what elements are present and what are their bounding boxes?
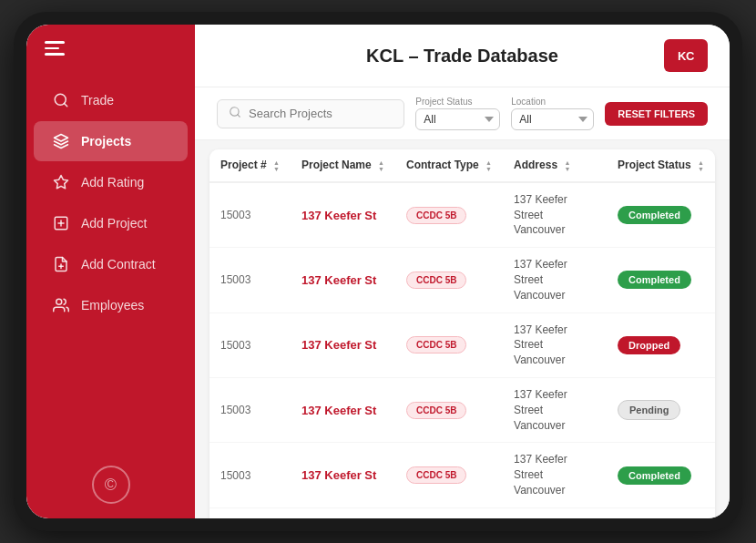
table-header-row: Project # ▲▼ Project Name ▲▼ Contract Ty… [209, 149, 715, 182]
cell-contract-type: CCDC 5B [395, 507, 503, 518]
cell-status: Completed [607, 248, 715, 312]
contract-badge: CCDC 5B [406, 336, 466, 353]
contract-badge: CCDC 5B [406, 272, 466, 289]
table-container: Project # ▲▼ Project Name ▲▼ Contract Ty… [195, 140, 730, 518]
sidebar-label-projects: Projects [81, 134, 131, 149]
cell-project-num: 15003 [209, 312, 291, 377]
cell-project-name: 137 Keefer St [291, 443, 395, 507]
location-label: Location [511, 97, 594, 107]
table-row[interactable]: 15003 137 Keefer St CCDC 5B 137 Keefer S… [209, 378, 715, 443]
cell-project-num: 15003 [209, 378, 291, 443]
table-body: 15003 137 Keefer St CCDC 5B 137 Keefer S… [209, 182, 715, 518]
sidebar-label-trade: Trade [81, 93, 114, 108]
footer-logo-icon: © [92, 466, 130, 504]
cell-status: Completed [607, 507, 715, 518]
sidebar-item-trade[interactable]: Trade [34, 80, 188, 120]
cell-status: Completed [607, 443, 715, 507]
cell-status: Completed [607, 182, 715, 248]
file-icon [52, 255, 70, 273]
svg-line-11 [238, 114, 240, 117]
project-name-link[interactable]: 137 Keefer St [301, 273, 376, 287]
sort-icon[interactable]: ▲▼ [698, 159, 704, 172]
sidebar-item-add-project[interactable]: Add Project [34, 203, 188, 243]
sort-icon[interactable]: ▲▼ [378, 159, 384, 172]
sidebar-nav: Trade Projects [26, 70, 195, 452]
search-input[interactable] [249, 107, 393, 120]
cell-address: 137 Keefer StreetVancouver [503, 182, 607, 248]
cell-project-num: 15003 [209, 248, 291, 312]
status-badge: Completed [618, 206, 691, 224]
status-badge: Pending [618, 400, 680, 420]
cell-contract-type: CCDC 5B [395, 378, 503, 443]
table-row[interactable]: 15003 137 Keefer St CCDC 5B 137 Keefer S… [209, 507, 715, 518]
sidebar-label-add-rating: Add Rating [81, 175, 144, 190]
project-status-select[interactable]: All Completed Dropped Pending [415, 108, 500, 130]
cell-address: 137 Keefer StreetVancouver [503, 443, 607, 507]
top-bar: KCL – Trade Database KC [195, 25, 730, 87]
table-row[interactable]: 15003 137 Keefer St CCDC 5B 137 Keefer S… [209, 443, 715, 507]
col-project-name: Project Name ▲▼ [291, 149, 395, 182]
sort-icon[interactable]: ▲▼ [273, 159, 280, 172]
col-project-status: Project Status ▲▼ [607, 149, 715, 182]
status-badge: Dropped [618, 336, 680, 354]
star-icon [52, 173, 70, 191]
col-contract-type: Contract Type ▲▼ [395, 149, 503, 182]
sidebar-item-add-contract[interactable]: Add Contract [34, 244, 188, 284]
sidebar-item-projects[interactable]: Projects [34, 121, 188, 161]
location-select[interactable]: All Vancouver [511, 108, 594, 130]
cell-address: 137 Keefer StreetVancouver [503, 507, 607, 518]
search-icon [229, 106, 241, 122]
sidebar-item-employees[interactable]: Employees [34, 285, 188, 325]
project-name-link[interactable]: 137 Keefer St [301, 209, 376, 222]
cell-contract-type: CCDC 5B [395, 443, 503, 507]
contract-badge: CCDC 5B [406, 402, 466, 419]
project-status-filter: Project Status All Completed Dropped Pen… [415, 97, 500, 130]
logo-area: KC [657, 37, 708, 74]
project-name-link[interactable]: 137 Keefer St [301, 338, 376, 352]
sort-icon[interactable]: ▲▼ [564, 159, 570, 172]
reset-filters-button[interactable]: RESET FILTERS [605, 102, 708, 126]
contract-badge: CCDC 5B [406, 466, 466, 484]
svg-marker-2 [55, 134, 68, 141]
project-name-link[interactable]: 137 Keefer St [301, 404, 376, 417]
svg-line-1 [64, 103, 66, 106]
project-name-link[interactable]: 137 Keefer St [301, 468, 376, 482]
col-project-num: Project # ▲▼ [209, 149, 291, 182]
table-row[interactable]: 15003 137 Keefer St CCDC 5B 137 Keefer S… [209, 182, 715, 248]
table-row[interactable]: 15003 137 Keefer St CCDC 5B 137 Keefer S… [209, 312, 715, 377]
status-badge: Completed [618, 271, 691, 289]
contract-badge: CCDC 5B [406, 207, 466, 224]
cell-contract-type: CCDC 5B [395, 182, 503, 248]
cell-address: 137 Keefer StreetVancouver [503, 248, 607, 312]
cell-address: 137 Keefer StreetVancouver [503, 378, 607, 443]
project-status-label: Project Status [415, 97, 500, 107]
sidebar-item-add-rating[interactable]: Add Rating [34, 162, 188, 202]
projects-table: Project # ▲▼ Project Name ▲▼ Contract Ty… [209, 149, 715, 518]
search-box [217, 99, 404, 128]
cell-contract-type: CCDC 5B [395, 248, 503, 312]
cell-project-num: 15003 [209, 507, 291, 518]
hamburger-button[interactable] [45, 41, 177, 56]
col-address: Address ▲▼ [503, 149, 607, 182]
cell-project-name: 137 Keefer St [291, 248, 395, 312]
search-icon [52, 91, 70, 109]
sidebar-label-add-contract: Add Contract [81, 257, 156, 272]
main-content: KCL – Trade Database KC [195, 25, 730, 518]
plus-square-icon [52, 214, 70, 232]
cell-project-name: 137 Keefer St [291, 182, 395, 248]
cell-project-num: 15003 [209, 182, 291, 248]
sort-icon[interactable]: ▲▼ [485, 159, 492, 172]
cell-contract-type: CCDC 5B [395, 312, 503, 377]
brand-logo: KC [664, 39, 708, 72]
cell-project-name: 137 Keefer St [291, 378, 395, 443]
cell-status: Pending [607, 378, 715, 443]
users-icon [52, 296, 70, 314]
sidebar-header [26, 25, 195, 70]
logo-letters: KC [678, 49, 694, 63]
layers-icon [52, 132, 70, 150]
table-row[interactable]: 15003 137 Keefer St CCDC 5B 137 Keefer S… [209, 248, 715, 312]
sidebar-label-employees: Employees [81, 298, 144, 312]
sidebar-footer: © [26, 451, 195, 518]
status-badge: Completed [618, 466, 691, 485]
cell-project-name: 137 Keefer St [291, 507, 395, 518]
